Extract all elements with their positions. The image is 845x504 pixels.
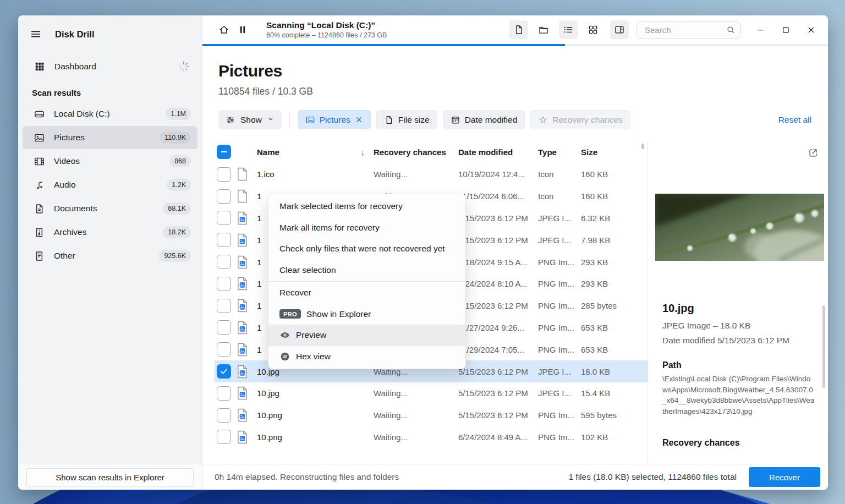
row-checkbox[interactable] (217, 299, 231, 313)
pause-icon (237, 24, 248, 35)
column-header-type[interactable]: Type (538, 147, 581, 157)
show-filter-button[interactable]: Show (218, 110, 282, 129)
recover-button[interactable]: Recover (749, 467, 820, 487)
row-checkbox[interactable] (217, 167, 231, 182)
date-cell: 11/27/2024 9:26... (458, 323, 538, 332)
sidebar-item-label: Archives (54, 227, 86, 237)
close-button[interactable] (798, 20, 824, 40)
details-recovery-label: Recovery chances (662, 438, 740, 448)
column-header-date[interactable]: Date modified (458, 147, 538, 157)
split-panel-icon (614, 24, 625, 35)
sidebar-item-pictures[interactable]: Pictures110.9K (23, 126, 197, 149)
minimize-button[interactable] (748, 20, 773, 40)
menu-item-mark-all-items-for-recovery[interactable]: Mark all items for recovery (268, 217, 465, 239)
sidebar-item-archives[interactable]: Archives18.2K (23, 221, 197, 244)
sidebar-item-label: Videos (54, 156, 80, 166)
row-checkbox[interactable] (217, 430, 231, 444)
menu-item-preview[interactable]: Preview (268, 325, 465, 346)
row-checkbox[interactable] (217, 255, 231, 269)
column-header-name[interactable]: Name (257, 147, 279, 157)
filter-chip-date-modified[interactable]: Date modified (443, 110, 525, 129)
sidebar: Disk Drill Dashboard Scan results Local … (18, 15, 202, 490)
maximize-icon (781, 25, 791, 35)
home-button[interactable] (215, 20, 233, 39)
filter-chip-file-size[interactable]: File size (376, 110, 437, 129)
row-checkbox[interactable] (217, 189, 231, 204)
column-header-size[interactable]: Size (581, 147, 648, 157)
remove-filter-icon[interactable] (355, 116, 363, 124)
row-checkbox[interactable] (217, 320, 231, 335)
count-badge: 868 (169, 155, 191, 167)
size-cell: 6.32 KB (581, 213, 648, 223)
close-icon (806, 25, 816, 35)
size-cell: 293 KB (581, 279, 648, 288)
menu-item-label: Mark all items for recovery (279, 223, 380, 233)
sidebar-item-other[interactable]: Other925.6K (23, 244, 197, 267)
filter-chip-pictures[interactable]: Pictures (298, 110, 371, 129)
size-cell: 293 KB (581, 258, 648, 267)
row-checkbox[interactable] (217, 408, 231, 423)
menu-item-hex-view[interactable]: Hex view (268, 346, 465, 368)
show-scan-results-button[interactable]: Show scan results in Explorer (26, 468, 194, 486)
home-icon (218, 24, 229, 35)
menu-item-show-in-explorer[interactable]: PROShow in Explorer (268, 304, 465, 325)
date-cell: 10/19/2024 12:4... (458, 169, 538, 179)
menu-item-check-only-files-that-were-not-recovered-yet[interactable]: Check only files that were not recovered… (268, 238, 465, 260)
size-cell: 653 KB (581, 323, 648, 332)
table-row[interactable]: 10.jpgWaiting...5/15/2023 6:12 PMJPEG I.… (215, 382, 648, 404)
type-cell: PNG Im... (538, 301, 581, 310)
maximize-button[interactable] (773, 20, 798, 40)
menu-item-mark-selected-items-for-recovery[interactable]: Mark selected items for recovery (268, 196, 465, 217)
row-checkbox[interactable] (217, 233, 231, 247)
menu-item-clear-selection[interactable]: Clear selection (268, 260, 465, 281)
column-header-recovery[interactable]: Recovery chances (374, 147, 458, 157)
row-checkbox[interactable] (217, 277, 231, 291)
image-row-icon (237, 386, 248, 400)
sidebar-item-videos[interactable]: Videos868 (23, 150, 197, 173)
scan-subtitle: 60% complete – 1124860 files / 273 GB (266, 31, 387, 39)
table-row[interactable]: 1.icoWaiting...10/19/2024 12:4...Icon160… (215, 163, 648, 185)
sidebar-item-local-disk-c[interactable]: Local Disk (C:)1.1M (23, 102, 197, 125)
count-badge: 1.2K (167, 179, 191, 191)
filter-chip-recovery-chances[interactable]: Recovery chances (530, 110, 630, 129)
pause-scan-button[interactable] (233, 20, 252, 39)
sidebar-item-audio[interactable]: Audio1.2K (23, 173, 197, 196)
row-checkbox[interactable] (217, 342, 231, 357)
details-panel-toggle-button[interactable] (610, 20, 629, 39)
archives-icon (34, 227, 45, 238)
details-file-info: JPEG Image – 18.0 KB (662, 321, 750, 331)
type-cell: Icon (538, 191, 581, 201)
filter-chip-label: File size (398, 115, 430, 125)
files-view-button[interactable] (509, 20, 528, 39)
date-cell: 11/15/2024 6:06... (458, 191, 538, 201)
type-cell: PNG Im... (538, 258, 581, 267)
select-all-checkbox[interactable] (217, 145, 231, 159)
sidebar-item-label: Local Disk (C:) (54, 109, 110, 119)
list-view-button[interactable] (559, 20, 578, 39)
file-name-cell: 1.ico (257, 169, 374, 179)
image-row-icon (237, 299, 248, 313)
pictures-icon (305, 115, 315, 125)
type-cell: PNG Im... (538, 432, 581, 442)
reset-all-link[interactable]: Reset all (778, 115, 811, 125)
row-checkbox[interactable] (217, 364, 231, 379)
type-cell: PNG Im... (538, 410, 581, 420)
sidebar-item-label: Audio (54, 180, 76, 190)
menu-item-recover[interactable]: Recover (268, 282, 465, 304)
grid-view-button[interactable] (584, 20, 602, 39)
menu-item-label: Clear selection (279, 265, 336, 275)
open-external-button[interactable] (805, 145, 821, 161)
hamburger-menu-icon[interactable] (26, 24, 46, 44)
sidebar-item-documents[interactable]: Documents68.1K (23, 197, 197, 220)
menu-item-label: Check only files that were not recovered… (279, 244, 445, 254)
folders-view-button[interactable] (534, 20, 553, 39)
audio-icon (34, 179, 45, 191)
table-row[interactable]: 10.pngWaiting...6/24/2024 8:49 A...PNG I… (215, 426, 648, 448)
image-row-icon (237, 211, 248, 225)
table-row[interactable]: 10.pngWaiting...5/15/2023 6:12 PMPNG Im.… (215, 404, 648, 426)
size-cell: 18.0 KB (581, 367, 648, 376)
filter-bar: Show PicturesFile sizeDate modifiedRecov… (202, 110, 828, 129)
sidebar-item-dashboard[interactable]: Dashboard (23, 55, 197, 78)
row-checkbox[interactable] (217, 386, 231, 401)
row-checkbox[interactable] (217, 211, 231, 225)
